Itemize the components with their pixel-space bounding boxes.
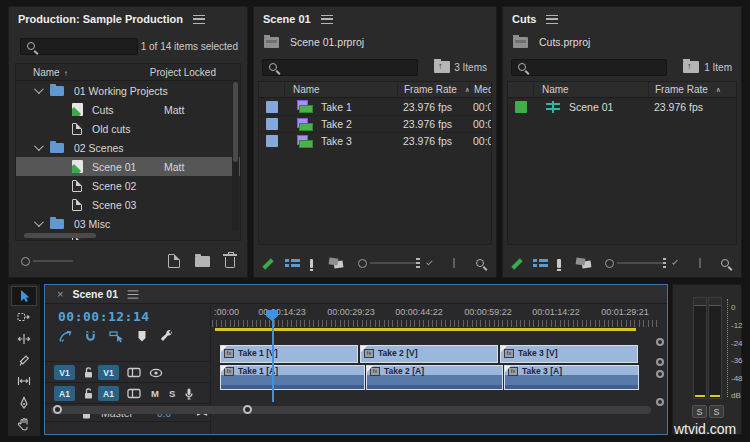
track-height-handle[interactable] bbox=[656, 370, 664, 378]
panel-menu-icon[interactable] bbox=[546, 15, 558, 24]
tree-item-scene-02[interactable]: Scene 02 bbox=[16, 176, 240, 195]
vertical-scrollbar[interactable] bbox=[232, 82, 239, 231]
search-input[interactable] bbox=[511, 59, 667, 76]
label-color-chip[interactable] bbox=[266, 135, 278, 147]
time-ruler[interactable] bbox=[212, 320, 657, 327]
track-target-a1-button[interactable]: A1 bbox=[98, 386, 119, 401]
sort-options-icon[interactable] bbox=[663, 258, 666, 268]
work-area-bar[interactable] bbox=[215, 328, 636, 331]
hand-tool[interactable] bbox=[12, 415, 36, 433]
playhead-timecode[interactable]: 00:00:12:14 bbox=[58, 309, 150, 324]
tree-item-old-cuts[interactable]: Old cuts bbox=[16, 119, 240, 138]
find-icon[interactable] bbox=[475, 258, 486, 269]
panel-menu-icon[interactable] bbox=[321, 15, 333, 24]
track-select-forward-tool[interactable] bbox=[12, 308, 36, 326]
toggle-track-output-eye-icon[interactable] bbox=[149, 368, 163, 378]
track-height-handle[interactable] bbox=[656, 358, 664, 366]
clip-take-2-audio[interactable]: fxTake 2 [A] bbox=[366, 365, 503, 390]
panel-menu-icon[interactable] bbox=[128, 290, 139, 298]
column-header-frame-rate[interactable]: Frame Rate∧ bbox=[648, 82, 736, 97]
tree-item-misc[interactable]: 03 Misc bbox=[16, 214, 240, 233]
track-height-handle[interactable] bbox=[656, 398, 664, 406]
column-label-color[interactable] bbox=[259, 82, 285, 97]
column-header-frame-rate[interactable]: Frame Rate∧ bbox=[397, 82, 469, 97]
add-marker-icon[interactable] bbox=[136, 329, 148, 343]
zoom-slider-knob[interactable] bbox=[358, 259, 367, 268]
zoom-slider-knob[interactable] bbox=[605, 259, 614, 268]
timeline-zoom-scrollbar[interactable] bbox=[51, 406, 651, 414]
column-header-media[interactable]: Med bbox=[469, 82, 491, 97]
razor-tool[interactable] bbox=[12, 351, 36, 369]
writable-pencil-icon[interactable] bbox=[513, 257, 516, 270]
list-view-icon[interactable] bbox=[285, 258, 290, 268]
chevron-down-icon[interactable] bbox=[427, 258, 433, 264]
close-icon[interactable]: × bbox=[57, 289, 63, 300]
ripple-edit-tool[interactable] bbox=[12, 330, 36, 348]
clip-take-3-video[interactable]: fxTake 3 [V] bbox=[500, 345, 638, 363]
find-icon[interactable] bbox=[720, 258, 731, 269]
clip-take-1-video[interactable]: fxTake 1 [V] bbox=[220, 345, 358, 363]
bin-row-take-2[interactable]: Take 2 23.976 fps 00:0 bbox=[259, 115, 491, 132]
chevron-down-icon[interactable] bbox=[34, 217, 44, 227]
bin-row-take-1[interactable]: Take 1 23.976 fps 00:0 bbox=[259, 98, 491, 115]
track-target-v1-button[interactable]: V1 bbox=[98, 365, 119, 380]
zoom-slider-track[interactable] bbox=[370, 262, 416, 264]
new-bin-icon[interactable] bbox=[195, 256, 210, 267]
zoom-slider-knob[interactable] bbox=[21, 257, 30, 266]
track-lock-icon[interactable] bbox=[83, 387, 94, 400]
tree-item-scenes[interactable]: 02 Scenes bbox=[16, 138, 240, 157]
clip-take-1-audio[interactable]: fxTake 1 [A] bbox=[220, 365, 365, 390]
sort-options-icon[interactable] bbox=[416, 258, 420, 268]
zoom-slider-track[interactable] bbox=[33, 260, 73, 262]
chevron-down-icon[interactable] bbox=[673, 259, 679, 265]
chevron-down-icon[interactable] bbox=[34, 141, 44, 151]
bin-row-take-3[interactable]: Take 3 23.976 fps 00:0 bbox=[259, 132, 491, 149]
tree-item-cuts[interactable]: Cuts Matt bbox=[16, 100, 240, 119]
search-input[interactable] bbox=[262, 59, 418, 76]
source-patch-v1-button[interactable]: V1 bbox=[54, 365, 75, 380]
solo-track-button[interactable]: S bbox=[169, 388, 175, 399]
panel-menu-icon[interactable] bbox=[193, 15, 205, 24]
sync-lock-icon[interactable] bbox=[127, 388, 141, 399]
track-lock-icon[interactable] bbox=[83, 366, 94, 379]
slip-tool[interactable] bbox=[12, 372, 36, 390]
chevron-down-icon[interactable] bbox=[34, 84, 44, 94]
freeform-view-icon[interactable] bbox=[334, 258, 338, 268]
pen-tool[interactable] bbox=[12, 393, 36, 411]
selection-tool[interactable] bbox=[12, 287, 36, 305]
search-input[interactable] bbox=[20, 38, 138, 55]
column-header-name[interactable]: Name bbox=[534, 82, 648, 97]
nest-sequence-icon[interactable] bbox=[58, 329, 72, 343]
horizontal-scrollbar[interactable] bbox=[24, 233, 96, 238]
automate-to-sequence-icon[interactable] bbox=[699, 258, 703, 268]
delete-icon[interactable] bbox=[225, 257, 235, 268]
zoom-slider-track[interactable] bbox=[617, 262, 663, 264]
linked-selection-icon[interactable] bbox=[109, 329, 124, 343]
list-view-icon[interactable] bbox=[533, 258, 537, 268]
bin-row-scene-01[interactable]: Scene 01 23.976 fps bbox=[508, 98, 736, 115]
label-color-chip[interactable] bbox=[515, 101, 527, 113]
label-color-chip[interactable] bbox=[266, 118, 278, 130]
snap-magnet-icon[interactable] bbox=[84, 329, 97, 343]
track-height-handle[interactable] bbox=[656, 338, 664, 346]
scrollbar-right-handle[interactable] bbox=[243, 405, 252, 414]
solo-right-button[interactable]: S bbox=[709, 405, 724, 418]
tree-item-working-projects[interactable]: 01 Working Projects bbox=[16, 81, 240, 100]
writable-pencil-icon[interactable] bbox=[264, 257, 268, 270]
icon-view-icon[interactable] bbox=[557, 259, 560, 268]
source-patch-a1-button[interactable]: A1 bbox=[54, 386, 75, 401]
tree-item-scene-01[interactable]: Scene 01 Matt bbox=[16, 157, 240, 176]
timeline-settings-wrench-icon[interactable] bbox=[160, 329, 174, 343]
voiceover-mic-icon[interactable] bbox=[183, 387, 195, 401]
column-header-name[interactable]: Name↑ bbox=[33, 67, 68, 78]
new-item-icon[interactable] bbox=[168, 254, 180, 268]
column-header-project-locked[interactable]: Project Locked bbox=[150, 67, 216, 78]
column-header-name[interactable]: Name bbox=[285, 82, 397, 97]
clip-take-2-video[interactable]: fxTake 2 [V] bbox=[360, 345, 498, 363]
navigate-up-icon[interactable] bbox=[683, 61, 699, 73]
sync-lock-icon[interactable] bbox=[127, 367, 141, 378]
scrollbar-left-handle[interactable] bbox=[53, 405, 62, 414]
solo-left-button[interactable]: S bbox=[692, 405, 707, 418]
label-color-chip[interactable] bbox=[266, 101, 278, 113]
timeline-tab-label[interactable]: Scene 01 bbox=[72, 288, 118, 300]
